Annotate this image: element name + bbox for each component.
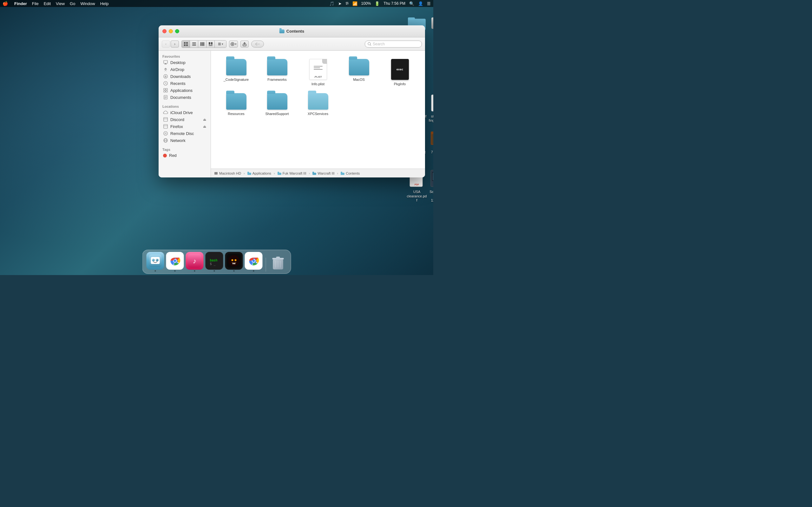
- minimize-button[interactable]: [169, 29, 173, 33]
- forward-button[interactable]: ›: [171, 41, 179, 48]
- file-item-pkginfo[interactable]: exec PkgInfo: [381, 57, 419, 88]
- infoplist-label: Info.plist: [311, 82, 324, 86]
- dock-trash-icon: [269, 254, 287, 272]
- sidebar-item-discord[interactable]: Discord ⏏: [160, 116, 209, 123]
- file-item-resources[interactable]: Resources: [217, 91, 255, 118]
- icon-view-button[interactable]: [182, 41, 190, 48]
- avatar-icon[interactable]: 👤: [418, 1, 423, 6]
- maximize-button[interactable]: [175, 29, 179, 33]
- locations-header: Locations: [159, 103, 211, 109]
- svg-rect-46: [218, 45, 221, 45]
- search-input[interactable]: Search: [365, 41, 422, 48]
- path-macintosh-hd[interactable]: Macintosh HD: [214, 171, 241, 175]
- menubar-help[interactable]: Help: [100, 1, 109, 6]
- svg-point-105: [229, 255, 240, 267]
- siri-icon[interactable]: 🎵: [329, 1, 334, 6]
- svg-rect-63: [166, 89, 167, 90]
- downloads-icon: [163, 74, 168, 79]
- menubar-edit[interactable]: Edit: [44, 1, 51, 6]
- close-button[interactable]: [162, 29, 166, 33]
- sort-dropdown-button[interactable]: ▾: [215, 41, 226, 48]
- sidebar-airdrop-label: AirDrop: [170, 67, 184, 72]
- file-item-sharedsupport[interactable]: SharedSupport: [258, 91, 296, 118]
- desktop-item-screenshot2[interactable]: Screenshot 2018-12-...3.02 PM: [428, 169, 433, 207]
- sidebar-item-desktop[interactable]: Desktop: [160, 59, 209, 66]
- svg-rect-38: [200, 42, 201, 46]
- menubar-window[interactable]: Window: [80, 1, 95, 6]
- path-macintosh-hd-label: Macintosh HD: [219, 171, 241, 175]
- path-contents-label: Contents: [346, 171, 360, 175]
- svg-rect-42: [211, 42, 212, 45]
- file-item-frameworks[interactable]: Frameworks: [258, 57, 296, 88]
- file-item-codesignature[interactable]: _CodeSignature: [217, 57, 255, 88]
- sidebar-item-applications[interactable]: Applications: [160, 87, 209, 94]
- sharedsupport-label: SharedSupport: [265, 112, 289, 116]
- sidebar-item-icloud[interactable]: iCloud Drive: [160, 109, 209, 116]
- search-icon[interactable]: 🔍: [409, 1, 414, 6]
- dock-item-chrome2[interactable]: [245, 252, 263, 272]
- dock-item-warcraft[interactable]: [225, 252, 243, 272]
- dock-item-finder[interactable]: [147, 252, 164, 272]
- apple-menu[interactable]: 🍎: [3, 1, 8, 6]
- sidebar-item-remote-disc[interactable]: Remote Disc: [160, 130, 209, 137]
- desktop-item-fingerprint[interactable]: PDF standard-fingerpri...58-1.pdf: [428, 93, 433, 127]
- file-item-macos[interactable]: MacOS: [340, 57, 378, 88]
- discord-drive-icon: [163, 117, 168, 122]
- path-contents[interactable]: Contents: [341, 171, 360, 175]
- path-warcraft3[interactable]: Warcraft III: [312, 171, 334, 175]
- svg-rect-56: [165, 63, 166, 64]
- menubar-view[interactable]: View: [56, 1, 65, 6]
- svg-point-98: [174, 260, 176, 262]
- red-tag-dot: [163, 154, 167, 158]
- wifi-icon[interactable]: 📶: [352, 1, 357, 6]
- share-button[interactable]: [241, 41, 249, 48]
- firefox-eject-icon[interactable]: ⏏: [203, 124, 206, 129]
- dock-item-chrome[interactable]: [166, 252, 184, 272]
- sidebar-item-documents[interactable]: Documents: [160, 94, 209, 101]
- title-folder-icon: [280, 30, 285, 33]
- path-fuk-warcraft[interactable]: Fuk Warcraft III: [277, 171, 306, 175]
- file-item-xpcservices[interactable]: XPCServices: [299, 91, 337, 118]
- list-view-button[interactable]: [190, 41, 198, 48]
- svg-rect-86: [341, 173, 345, 175]
- path-back-button[interactable]: [251, 41, 264, 48]
- gallery-view-button[interactable]: [206, 41, 215, 48]
- svg-rect-12: [432, 95, 433, 111]
- column-view-button[interactable]: [198, 41, 206, 48]
- controls-icon[interactable]: ☰: [427, 1, 431, 6]
- svg-text:$ _: $ _: [210, 262, 216, 266]
- desktop-item-macintosh-hd[interactable]: [428, 13, 433, 34]
- svg-rect-33: [184, 44, 186, 46]
- finder-body: Favourites Desktop AirDrop Downloads: [159, 51, 425, 177]
- infoplist-icon: .PLIST: [309, 59, 327, 80]
- svg-rect-40: [203, 42, 204, 46]
- desktop-item-7days[interactable]: 7D2D 7 Days to Die: [428, 129, 433, 167]
- menubar-go[interactable]: Go: [70, 1, 75, 6]
- discord-eject-icon[interactable]: ⏏: [203, 118, 206, 122]
- file-item-infoplist[interactable]: .PLIST Info.plist: [299, 57, 337, 88]
- dock-chrome-dot: [174, 270, 176, 272]
- svg-rect-35: [192, 43, 196, 43]
- sidebar-tag-red[interactable]: Red: [160, 152, 209, 159]
- finder-toolbar: ‹ › ▾ ▾: [159, 38, 425, 51]
- path-applications[interactable]: Applications: [247, 171, 271, 175]
- dock-item-terminal[interactable]: bash $ _: [206, 252, 223, 272]
- finder-content: _CodeSignature Frameworks .PL: [211, 51, 425, 177]
- sidebar-item-network[interactable]: Network: [160, 137, 209, 144]
- dock-music-dot: [194, 270, 195, 272]
- menubar-file[interactable]: File: [32, 1, 39, 6]
- dock-item-music[interactable]: ♪: [186, 252, 204, 272]
- bluetooth-icon[interactable]: 𝔅: [345, 1, 349, 6]
- svg-rect-85: [312, 172, 314, 173]
- sidebar-recents-label: Recents: [170, 81, 186, 86]
- sidebar-item-firefox[interactable]: Firefox ⏏: [160, 123, 209, 130]
- pkginfo-label: PkgInfo: [394, 82, 406, 86]
- sidebar-item-airdrop[interactable]: AirDrop: [160, 66, 209, 73]
- dock-item-trash[interactable]: [269, 254, 287, 272]
- sidebar-item-downloads[interactable]: Downloads: [160, 73, 209, 80]
- menubar-finder[interactable]: Finder: [14, 1, 27, 6]
- back-button[interactable]: ‹: [162, 41, 170, 48]
- action-button[interactable]: ▾: [229, 41, 238, 48]
- svg-rect-72: [164, 124, 167, 128]
- sidebar-item-recents[interactable]: Recents: [160, 80, 209, 87]
